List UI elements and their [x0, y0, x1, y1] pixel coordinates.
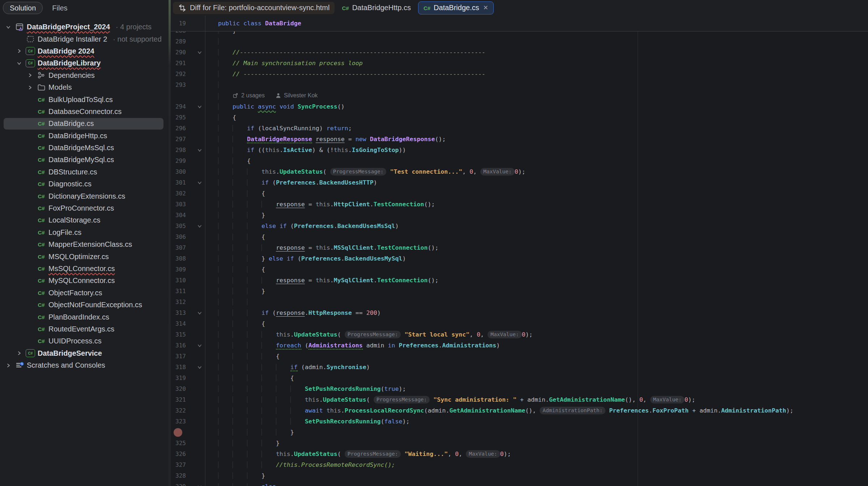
author-label[interactable]: Silvester Kok	[284, 90, 318, 101]
gutter[interactable]: 306	[171, 232, 205, 242]
gutter[interactable]: 326	[171, 449, 205, 460]
sticky-context-line[interactable]: 19public class DataBridge	[171, 16, 868, 31]
code-line-328[interactable]: 328 }	[171, 470, 868, 481]
gutter[interactable]: 309	[171, 264, 205, 275]
code-text[interactable]: {	[205, 351, 868, 362]
code-text[interactable]: else if (Preferences.BackendUsesMsSql)	[205, 221, 868, 232]
fold-chevron-icon[interactable]	[195, 47, 204, 58]
tree-item-databridgemysql-cs[interactable]: C#DataBridgeMySql.cs	[0, 154, 169, 166]
code-line-291[interactable]: 291 // Main synchronisation process loop	[171, 58, 868, 69]
tree-item-databaseconnector-cs[interactable]: C#DatabaseConnector.cs	[0, 106, 169, 118]
tree-item-objectfactory-cs[interactable]: C#ObjectFactory.cs	[0, 287, 169, 299]
code-line-301[interactable]: 301 if (Preferences.BackendUsesHTTP)	[171, 177, 868, 188]
gutter[interactable]: 299	[171, 156, 205, 166]
gutter[interactable]: 297	[171, 134, 205, 145]
code-line-326[interactable]: 326 this.UpdateStatus( ProgressMessage: …	[171, 449, 868, 460]
tree-item-localstorage-cs[interactable]: C#LocalStorage.cs	[0, 214, 169, 226]
code-line-289[interactable]: 289	[171, 36, 868, 47]
code-line-314[interactable]: 314 {	[171, 318, 868, 329]
fold-chevron-icon[interactable]	[195, 177, 204, 188]
gutter[interactable]: 317	[171, 351, 205, 362]
gutter[interactable]: 318	[171, 362, 205, 373]
code-text[interactable]: response = this.HttpClient.TestConnectio…	[205, 199, 868, 210]
gutter[interactable]: 304	[171, 210, 205, 221]
gutter[interactable]: 291	[171, 58, 205, 69]
code-text[interactable]: else	[205, 481, 868, 486]
code-text[interactable]: //--------------------------------------…	[205, 47, 868, 58]
gutter[interactable]: 301	[171, 177, 205, 188]
gutter[interactable]: 310	[171, 275, 205, 286]
gutter[interactable]: 292	[171, 69, 205, 80]
code-text[interactable]: this.UpdateStatus( ProgressMessage: "Sta…	[205, 329, 868, 340]
editor-tab-databridgehttp-cs[interactable]: C#DataBridgeHttp.cs	[337, 2, 416, 14]
code-text[interactable]: SetPushRecordsRunning(true);	[205, 384, 868, 394]
tree-item-mysqlconnector-cs[interactable]: C#MySQLConnector.cs	[0, 275, 169, 287]
code-text[interactable]: //this.ProcessRemoteRecordSync();	[205, 460, 868, 470]
tree-item-databridgelibrary[interactable]: C#DataBridgeLibrary	[0, 57, 169, 69]
gutter[interactable]: 322	[171, 405, 205, 416]
code-line-293[interactable]: 293	[171, 80, 868, 90]
gutter[interactable]: 313	[171, 308, 205, 318]
code-text[interactable]: {	[205, 373, 868, 384]
code-line-306[interactable]: 306 {	[171, 232, 868, 242]
tree-item-objectnotfoundexception-cs[interactable]: C#ObjectNotFoundException.cs	[0, 299, 169, 311]
chevron-right-icon[interactable]	[15, 47, 23, 55]
tree-item-planboardindex-cs[interactable]: C#PlanBoardIndex.cs	[0, 311, 169, 323]
tree-item-models[interactable]: Models	[0, 81, 169, 93]
tree-item-foxproconnector-cs[interactable]: C#FoxProConnector.cs	[0, 202, 169, 214]
tree-item-msqloptimizer-cs[interactable]: C#MSQLOptimizer.cs	[0, 250, 169, 262]
gutter[interactable]: 315	[171, 329, 205, 340]
code-line-296[interactable]: 296 if (localSyncRunning) return;	[171, 123, 868, 134]
code-text[interactable]: response = this.MySqlClient.TestConnecti…	[205, 275, 868, 286]
code-line-323[interactable]: 323 SetPushRecordsRunning(false);	[171, 416, 868, 427]
code-line-290[interactable]: 290 //----------------------------------…	[171, 47, 868, 58]
code-editor[interactable]: 288 }289 290 //-------------------------…	[171, 16, 868, 486]
code-text[interactable]: // -------------------------------------…	[205, 69, 868, 80]
code-line-294[interactable]: 294 public async void SyncProcess()	[171, 101, 868, 112]
fold-chevron-icon[interactable]	[195, 145, 204, 156]
gutter[interactable]: 321	[171, 394, 205, 405]
gutter[interactable]: 320	[171, 384, 205, 394]
gutter[interactable]	[171, 427, 205, 438]
code-text[interactable]: await this.ProcessLocalRecordSync(admin.…	[205, 405, 868, 416]
code-line-299[interactable]: 299 {	[171, 156, 868, 166]
code-text[interactable]	[205, 36, 868, 47]
tree-item-scratches-and-consoles[interactable]: Scratches and Consoles	[0, 359, 169, 371]
gutter[interactable]: 316	[171, 340, 205, 351]
code-text[interactable]	[205, 80, 868, 90]
code-text[interactable]: } else if (Preferences.BackendUsesMySql)	[205, 253, 868, 264]
gutter[interactable]: 293	[171, 80, 205, 90]
code-text[interactable]	[205, 297, 868, 308]
chevron-right-icon[interactable]	[15, 349, 23, 357]
tree-item-routedeventargs-cs[interactable]: C#RoutedEventArgs.cs	[0, 323, 169, 335]
fold-chevron-icon[interactable]	[195, 308, 204, 318]
fold-chevron-icon[interactable]	[195, 340, 204, 351]
code-line-298[interactable]: 298 if ((this.IsActive) & (!this.IsGoing…	[171, 145, 868, 156]
editor-tab-diff-for-file-portfolio-accountview-sync-html[interactable]: Diff for File: portfolio-accountview-syn…	[173, 2, 335, 14]
gutter[interactable]: 305	[171, 221, 205, 232]
close-tab-icon[interactable]: ✕	[483, 4, 488, 12]
code-text[interactable]: foreach (Administrations admin in Prefer…	[205, 340, 868, 351]
code-line-295[interactable]: 295 {	[171, 112, 868, 123]
tree-item-logfile-cs[interactable]: C#LogFile.cs	[0, 227, 169, 238]
code-text[interactable]: {	[205, 188, 868, 199]
code-line-327[interactable]: 327 //this.ProcessRemoteRecordSync();	[171, 460, 868, 470]
code-line-311[interactable]: 311 }	[171, 286, 868, 297]
code-text[interactable]: if (Preferences.BackendUsesHTTP)	[205, 177, 868, 188]
tree-item-databridge-cs[interactable]: C#DataBridge.cs	[0, 118, 169, 130]
gutter[interactable]: 325	[171, 438, 205, 449]
fold-chevron-icon[interactable]	[195, 481, 204, 486]
code-text[interactable]: this.UpdateStatus( ProgressMessage: "Syn…	[205, 394, 868, 405]
tree-item-mssqlconnector-cs[interactable]: C#MsSQLConnector.cs	[0, 263, 169, 275]
code-line-313[interactable]: 313 if (response.HttpResponse == 200)	[171, 308, 868, 318]
tree-item-dependencies[interactable]: Dependencies	[0, 69, 169, 81]
gutter[interactable]: 314	[171, 318, 205, 329]
code-text[interactable]: }	[205, 438, 868, 449]
editor-tab-databridge-cs[interactable]: C#DataBridge.cs✕	[418, 1, 494, 14]
gutter[interactable]: 300	[171, 166, 205, 177]
code-text[interactable]: {	[205, 112, 868, 123]
tree-item-databridgeproject-2024[interactable]: DataBridgeProject_2024· 4 projects	[0, 21, 169, 33]
code-text[interactable]: this.UpdateStatus( ProgressMessage: "Wai…	[205, 449, 868, 460]
code-text[interactable]: {	[205, 156, 868, 166]
code-line-302[interactable]: 302 {	[171, 188, 868, 199]
